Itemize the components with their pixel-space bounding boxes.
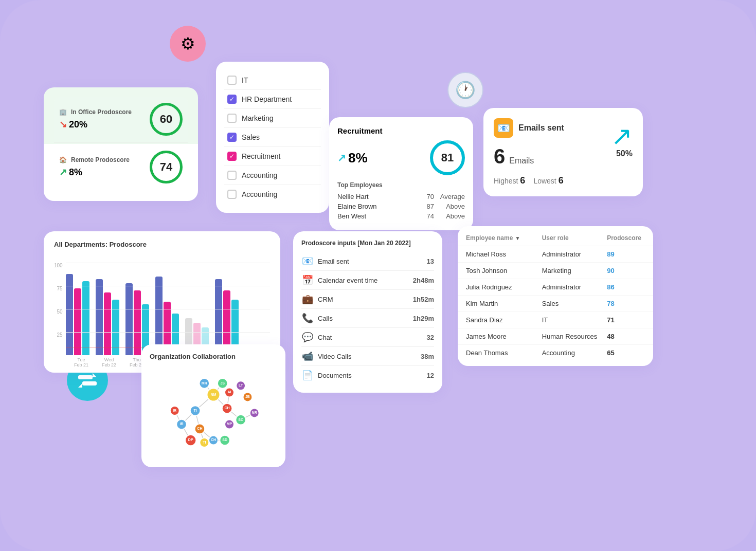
- svg-text:SC: SC: [238, 418, 243, 422]
- input-row-docs: 📄 Documents 12: [301, 366, 434, 384]
- bar-2-2: [104, 292, 111, 355]
- employee-score-2: 87: [419, 203, 434, 210]
- bar-group-6: [215, 279, 239, 355]
- checkbox-marketing[interactable]: [227, 114, 237, 123]
- row-name: Tosh Johnson: [466, 267, 542, 274]
- recruitment-top: ↗ 8% 81: [337, 140, 465, 175]
- checkbox-accounting2[interactable]: [227, 190, 237, 199]
- filter-label-it: IT: [242, 76, 248, 84]
- bar-1-3: [82, 281, 89, 355]
- svg-text:AI: AI: [227, 390, 231, 394]
- lowest-label: Lowest 6: [533, 175, 563, 186]
- employee-row-2: Elaine Brown 87 Above: [337, 201, 465, 211]
- checkbox-accounting1[interactable]: [227, 171, 237, 180]
- gear-icon: ⚙: [170, 26, 206, 62]
- svg-text:SD: SD: [222, 438, 227, 442]
- filter-item-marketing[interactable]: Marketing: [224, 109, 321, 128]
- svg-text:LT: LT: [239, 383, 243, 388]
- row-score: 65: [607, 349, 645, 357]
- input-name-email: Email sent: [318, 258, 423, 265]
- table-row: Michael Ross Administrator 89: [458, 246, 653, 263]
- in-office-score: 60: [150, 103, 183, 136]
- svg-text:TI: TI: [203, 440, 206, 445]
- remote-pct: ↗ 8%: [59, 167, 130, 178]
- row-name: Michael Ross: [466, 250, 542, 258]
- filter-item-sales[interactable]: ✓ Sales: [224, 128, 321, 147]
- bar-1-2: [74, 288, 81, 355]
- input-val-crm: 1h52m: [413, 296, 434, 303]
- bars-area: [66, 263, 270, 355]
- employee-name-3: Ben West: [337, 212, 419, 220]
- table-row: Sandra Diaz IT 71: [458, 312, 653, 328]
- trend-up-icon: ↗: [337, 152, 346, 164]
- row-score: 48: [607, 333, 645, 340]
- filter-label-sales: Sales: [242, 133, 260, 141]
- row-role: Administrator: [542, 250, 607, 258]
- inputs-title: Prodoscore inputs [Mon Jan 20 2022]: [301, 240, 434, 247]
- input-row-crm: 💼 CRM 1h52m: [301, 290, 434, 309]
- input-val-docs: 12: [427, 372, 434, 379]
- arrow-down-icon: ↘: [59, 119, 67, 130]
- remote-label: 🏠 Remote Prodoscore: [59, 156, 130, 163]
- home-icon: 🏠: [59, 156, 67, 163]
- calls-icon: 📞: [301, 313, 314, 324]
- employee-score-1: 70: [419, 193, 434, 200]
- remote-score: 74: [150, 151, 183, 183]
- row-role: Accounting: [542, 349, 607, 357]
- in-office-section: 🏢 In Office Prodoscore ↘ 20% 60: [54, 97, 188, 142]
- filter-label-hr: HR Department: [242, 95, 292, 103]
- filter-item-it[interactable]: IT: [224, 71, 321, 90]
- calendar-icon: 📅: [301, 274, 314, 286]
- table-row: Julia Rodriguez Administrator 86: [458, 279, 653, 296]
- svg-text:MP: MP: [227, 422, 232, 426]
- svg-text:NR: NR: [252, 411, 257, 415]
- row-role: Human Resources: [542, 333, 607, 340]
- recruitment-title: Recruitment: [337, 126, 465, 135]
- svg-text:CH: CH: [211, 438, 216, 442]
- row-score: 86: [607, 283, 645, 291]
- row-score: 78: [607, 300, 645, 307]
- chart-title: All Departments: Prodoscore: [54, 241, 270, 248]
- highest-label: Highest 6: [494, 175, 525, 186]
- checkbox-it[interactable]: [227, 76, 237, 85]
- emails-title: Emails sent: [518, 123, 564, 133]
- org-title: Organization Collaboration: [150, 353, 277, 360]
- svg-rect-0: [78, 375, 93, 379]
- checkbox-hr[interactable]: ✓: [227, 95, 237, 104]
- clock-icon: 🕐: [447, 72, 483, 108]
- svg-text:TI: TI: [193, 409, 196, 413]
- filter-item-accounting2[interactable]: Accounting: [224, 185, 321, 204]
- main-container: ⚙ 🕐 🏢 In Office Prodoscore ↘ 20%: [0, 0, 756, 551]
- checkbox-recruitment[interactable]: ✓: [227, 152, 237, 161]
- row-score: 71: [607, 316, 645, 324]
- input-val-email: 13: [427, 258, 434, 265]
- building-icon: 🏢: [59, 108, 67, 116]
- filter-item-recruitment[interactable]: ✓ Recruitment: [224, 147, 321, 166]
- checkbox-sales[interactable]: ✓: [227, 133, 237, 142]
- svg-marker-3: [78, 383, 82, 388]
- filter-card: IT ✓ HR Department Marketing ✓ Sales ✓ R…: [216, 62, 329, 213]
- row-score: 90: [607, 267, 645, 274]
- filter-item-accounting1[interactable]: Accounting: [224, 166, 321, 185]
- row-name: Julia Rodriguez: [466, 283, 542, 291]
- email-icon: 📧: [494, 118, 513, 138]
- bar-6-1: [215, 279, 222, 355]
- video-icon: 📹: [301, 351, 314, 362]
- emails-card: 📧 Emails sent 6 Emails Highest 6 Lowest …: [483, 108, 643, 196]
- input-val-chat: 32: [427, 334, 434, 341]
- input-val-calls: 1h29m: [413, 315, 434, 322]
- lowest-val: 6: [559, 175, 564, 186]
- table-row: James Moore Human Resources 48: [458, 328, 653, 345]
- y-axis: 100 75 50 25: [54, 263, 66, 355]
- recruitment-score: 81: [430, 140, 465, 175]
- col-header-name[interactable]: Employee name ▼: [466, 234, 542, 242]
- svg-text:NM: NM: [210, 393, 216, 397]
- input-name-calls: Calls: [318, 315, 409, 322]
- chat-icon: 💬: [301, 332, 314, 343]
- filter-label-recruitment: Recruitment: [242, 152, 280, 160]
- svg-text:IR: IR: [179, 422, 183, 426]
- row-role: IT: [542, 316, 607, 324]
- crm-icon: 💼: [301, 293, 314, 305]
- emails-stats: Highest 6 Lowest 6: [494, 175, 564, 186]
- filter-item-hr[interactable]: ✓ HR Department: [224, 90, 321, 109]
